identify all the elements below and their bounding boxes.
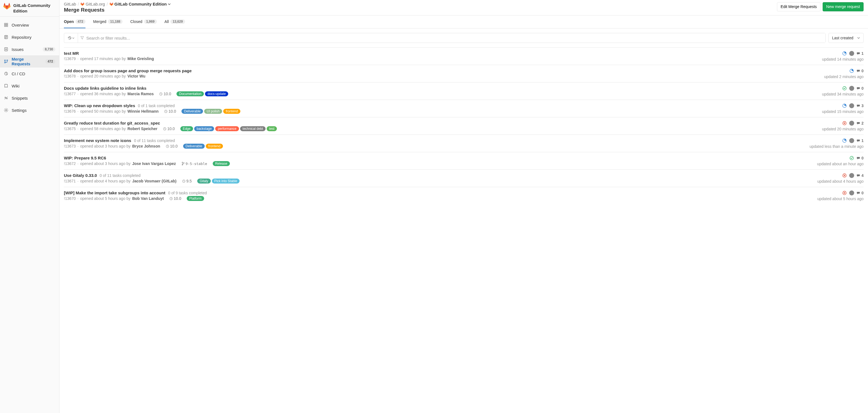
label-pill[interactable]: Gitaly — [197, 179, 211, 183]
assignee-avatar[interactable] — [849, 103, 854, 108]
sidebar-header[interactable]: GitLab Community Edition — [0, 0, 59, 17]
sidebar-item-overview[interactable]: Overview — [0, 19, 59, 31]
comment-count[interactable]: 2 — [857, 121, 864, 125]
label-pill[interactable]: technical debt — [240, 126, 266, 131]
comment-count[interactable]: 0 — [857, 156, 864, 160]
merge-request-title[interactable]: [WIP] Make the import take subgroups int… — [64, 190, 165, 195]
label-pill[interactable]: UI polish — [204, 109, 222, 114]
label-pill[interactable]: frontend — [206, 144, 223, 149]
merge-request-ref[interactable]: !13671 — [64, 179, 76, 183]
ci-running-icon[interactable] — [842, 138, 847, 143]
search-input[interactable] — [86, 33, 826, 42]
edit-merge-requests-button[interactable]: Edit Merge Requests — [777, 2, 820, 11]
sidebar-item-repository[interactable]: Repository — [0, 31, 59, 43]
ci-success-icon[interactable] — [849, 155, 854, 160]
ci-failed-icon[interactable] — [842, 121, 847, 126]
label-pill[interactable]: Release — [213, 161, 230, 166]
milestone[interactable]: 10.0 — [159, 92, 171, 96]
label-pill[interactable]: Platform — [187, 196, 204, 201]
label-pill[interactable]: docs-update — [205, 91, 228, 96]
assignee-avatar[interactable] — [849, 138, 854, 143]
breadcrumb-project[interactable]: GitLab Community Edition — [110, 2, 170, 6]
comment-count[interactable]: 0 — [857, 69, 864, 73]
sidebar-item-settings[interactable]: Settings — [0, 104, 59, 116]
author-link[interactable]: Jose Ivan Vargas Lopez — [132, 161, 176, 166]
author-link[interactable]: Victor Wu — [127, 74, 146, 78]
sort-dropdown[interactable]: Last created — [829, 33, 864, 43]
assignee-avatar[interactable] — [849, 173, 854, 178]
merge-request-ref[interactable]: !13673 — [64, 144, 76, 148]
ci-success-icon[interactable] — [842, 86, 847, 91]
page-header: GitLab / GitLab.org / GitLab Community E… — [59, 0, 868, 16]
comment-count[interactable]: 0 — [857, 86, 864, 90]
sidebar-item-merge-requests[interactable]: Merge Requests472 — [0, 55, 59, 67]
author-link[interactable]: Bob Van Landuyt — [132, 196, 164, 201]
breadcrumb-group[interactable]: GitLab.org — [81, 2, 105, 6]
assignee-avatar[interactable] — [849, 86, 854, 91]
author-link[interactable]: Winnie Hellmann — [127, 109, 159, 114]
ci-failed-icon[interactable] — [842, 173, 847, 178]
merge-request-ref[interactable]: !13670 — [64, 196, 76, 201]
tab-open[interactable]: Open472 — [64, 16, 86, 28]
author-link[interactable]: Bryce Johnson — [132, 144, 160, 148]
milestone[interactable]: 9.5 — [182, 179, 192, 183]
label-pill[interactable]: Documentation — [177, 91, 204, 96]
history-dropdown[interactable] — [64, 33, 78, 42]
comment-count[interactable]: 1 — [857, 51, 864, 56]
merge-request-ref[interactable]: !13676 — [64, 109, 76, 114]
opened-time: opened 17 minutes ago by — [80, 56, 126, 61]
label-pill[interactable]: test — [267, 126, 277, 131]
label-pill[interactable]: frontend — [223, 109, 240, 114]
comment-count[interactable]: 4 — [857, 173, 864, 178]
label-pill[interactable]: Edge — [180, 126, 193, 131]
tab-all[interactable]: All13,629 — [164, 16, 185, 28]
sidebar-item-issues[interactable]: Issues8,730 — [0, 43, 59, 55]
merge-request-title[interactable]: Implement new system note icons — [64, 138, 131, 143]
milestone[interactable]: 10.0 — [164, 109, 176, 114]
sidebar-item-ci-cd[interactable]: CI / CD — [0, 67, 59, 80]
sidebar-item-snippets[interactable]: Snippets — [0, 92, 59, 104]
merge-request-ref[interactable]: !13677 — [64, 92, 76, 96]
assignee-avatar[interactable] — [849, 121, 854, 126]
merge-request-title[interactable]: Docs update links guideline to inline li… — [64, 86, 146, 90]
author-link[interactable]: Jacob Vosmaer (GitLab) — [132, 179, 177, 183]
comment-count[interactable]: 1 — [857, 139, 864, 143]
author-link[interactable]: Marcia Ramos — [127, 92, 154, 96]
merge-request-ref[interactable]: !13672 — [64, 161, 76, 166]
merge-request-title[interactable]: Use Gitaly 0.33.0 — [64, 173, 97, 178]
merge-request-ref[interactable]: !13675 — [64, 126, 76, 131]
milestone[interactable]: 10.0 — [166, 144, 178, 148]
ci-running-icon[interactable] — [842, 51, 847, 56]
merge-request-ref[interactable]: !13678 — [64, 74, 76, 78]
tab-closed[interactable]: Closed1,969 — [130, 16, 157, 28]
new-merge-request-button[interactable]: New merge request — [823, 2, 864, 11]
merge-request-title[interactable]: WIP: Prepare 9.5 RC6 — [64, 155, 106, 160]
ci-failed-icon[interactable] — [842, 190, 847, 196]
milestone[interactable]: 10.0 — [163, 126, 175, 131]
sidebar-item-wiki[interactable]: Wiki — [0, 80, 59, 92]
ci-running-icon[interactable] — [842, 103, 847, 108]
label-pill[interactable]: Deliverable — [183, 144, 205, 149]
merge-request-ref[interactable]: !13679 — [64, 56, 76, 61]
merge-request-title[interactable]: WIP: Clean up new dropdown styles — [64, 103, 135, 108]
svg-point-11 — [5, 97, 5, 98]
ci-running-icon[interactable] — [849, 68, 854, 73]
comment-count[interactable]: 0 — [857, 191, 864, 195]
comment-count[interactable]: 3 — [857, 104, 864, 108]
label-pill[interactable]: performance — [215, 126, 239, 131]
merge-request-title[interactable]: test MR — [64, 51, 79, 56]
branch-ref[interactable]: 9-5-stable — [182, 161, 207, 166]
label-pill[interactable]: backstage — [194, 126, 214, 131]
label-pill[interactable]: Deliverable — [182, 109, 203, 114]
author-link[interactable]: Robert Speicher — [127, 126, 157, 131]
label-pill[interactable]: Pick into Stable — [212, 179, 240, 183]
breadcrumb-root[interactable]: GitLab — [64, 2, 76, 6]
updated-time: updated about 4 hours ago — [817, 179, 864, 183]
merge-request-title[interactable]: Greatly reduce test duration for git_acc… — [64, 121, 160, 125]
assignee-avatar[interactable] — [849, 190, 854, 196]
assignee-avatar[interactable] — [849, 51, 854, 56]
milestone[interactable]: 10.0 — [169, 196, 181, 201]
tab-merged[interactable]: Merged11,188 — [93, 16, 123, 28]
author-link[interactable]: Mike Greisling — [127, 56, 154, 61]
merge-request-title[interactable]: Add docs for group issues page and group… — [64, 68, 192, 73]
